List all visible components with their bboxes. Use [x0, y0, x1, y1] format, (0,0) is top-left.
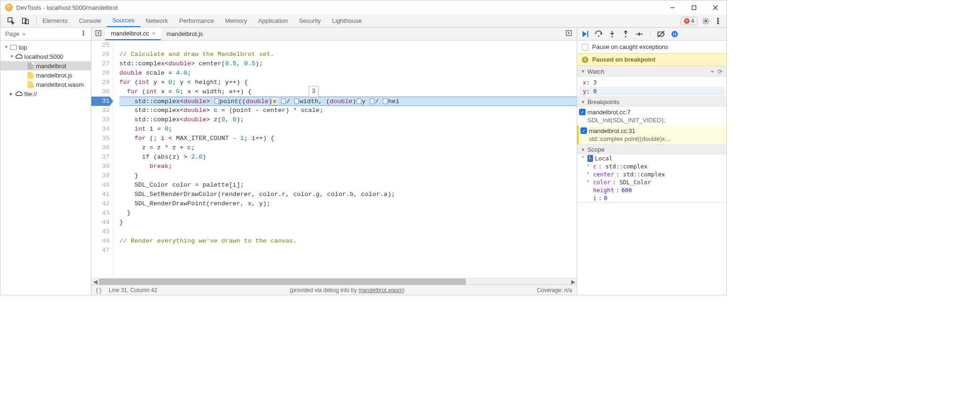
scope-variable[interactable]: ▶c: std::complex	[577, 162, 726, 170]
svg-point-7	[718, 22, 718, 23]
code-line[interactable]	[119, 246, 577, 255]
code-line[interactable]: std::complex<double> c = (point - center…	[119, 106, 577, 115]
code-line[interactable]: }	[119, 171, 577, 181]
code-line[interactable]: // Render everything we've drawn to the …	[119, 237, 577, 246]
code-line[interactable]: std::complex<double> center(0.5, 0.5);	[119, 59, 577, 69]
scope-variable[interactable]: height: 600	[577, 186, 726, 194]
deactivate-breakpoints-icon[interactable]	[657, 30, 665, 38]
value-tooltip: 3	[309, 86, 318, 97]
error-count-badge[interactable]: ✕4	[681, 17, 697, 25]
watch-expression[interactable]: x: 3	[579, 78, 725, 87]
svg-point-9	[83, 33, 84, 34]
svg-point-14	[611, 35, 613, 37]
pause-caught-exceptions-checkbox[interactable]	[582, 44, 588, 50]
svg-point-17	[671, 31, 678, 37]
horizontal-scrollbar[interactable]: ◀▶	[91, 278, 577, 285]
step-into-icon[interactable]	[608, 30, 616, 38]
tab-lighthouse[interactable]: Lighthouse	[326, 14, 367, 27]
window-titlebar: DevTools - localhost:5000/mandelbrot	[0, 0, 726, 14]
tab-sources[interactable]: Sources	[107, 14, 140, 27]
scope-variable[interactable]: i: 0	[577, 194, 726, 202]
file-navigator: Page » ▼top▼localhost:5000mandelbrotmand…	[0, 28, 91, 295]
code-line[interactable]: for (int y = 0; y < height; y++) {	[119, 78, 577, 87]
code-line[interactable]: if (abs(z) > 2.0)	[119, 153, 577, 162]
code-line[interactable]: std::complex<double> point((double)x / w…	[119, 97, 577, 106]
scope-variable[interactable]: ▼LLocal	[577, 154, 726, 162]
code-line[interactable]: // Calculate and draw the Mandelbrot set…	[119, 50, 577, 59]
code-line[interactable]	[119, 41, 577, 50]
step-out-icon[interactable]	[621, 30, 630, 38]
paused-status: iPaused on breakpoint	[577, 53, 726, 66]
app-icon	[5, 4, 13, 11]
source-editor: mandelbrot.cc×mandelbrot.js 252627282930…	[91, 28, 577, 295]
breakpoint-checkbox[interactable]: ✓	[579, 109, 586, 115]
tab-console[interactable]: Console	[73, 14, 107, 27]
svg-point-8	[83, 31, 84, 32]
code-line[interactable]: std::complex<double> z(0, 0);	[119, 115, 577, 125]
code-line[interactable]: SDL_RenderDrawPoint(renderer, x, y);	[119, 199, 577, 209]
cursor-position: Line 31, Column 42	[109, 287, 157, 293]
scope-variable[interactable]: ▶color: SDL_Color	[577, 178, 726, 186]
minimize-button[interactable]	[666, 3, 679, 12]
nav-fwd-icon[interactable]	[561, 30, 577, 38]
tab-performance[interactable]: Performance	[173, 14, 219, 27]
debug-source-link[interactable]: mandelbrot.wasm	[359, 287, 403, 293]
maximize-button[interactable]	[687, 3, 700, 12]
inspect-icon[interactable]	[7, 17, 15, 25]
scope-section-header[interactable]: ▼Scope	[577, 145, 726, 154]
watch-expression[interactable]: y: 0	[579, 87, 725, 96]
breakpoint-checkbox[interactable]: ✓	[580, 127, 587, 134]
nav-header-label: Page	[5, 30, 19, 37]
scope-variable[interactable]: ▶center: std::complex	[577, 170, 726, 178]
code-line[interactable]: break;	[119, 162, 577, 171]
code-line[interactable]: }	[119, 218, 577, 227]
code-line[interactable]: for (; i < MAX_ITER_COUNT - 1; i++) {	[119, 134, 577, 143]
debugger-panel: Pause on caught exceptions iPaused on br…	[577, 28, 726, 295]
code-line[interactable]: z = z * z + c;	[119, 143, 577, 153]
editor-statusbar: { } Line 31, Column 42 (provided via deb…	[91, 285, 577, 295]
file-tab[interactable]: mandelbrot.js	[161, 28, 208, 40]
watch-section-header[interactable]: ▼Watch ＋ ⟳	[577, 66, 726, 77]
tree-item[interactable]: mandelbrot.js	[0, 70, 91, 80]
device-mode-icon[interactable]	[22, 17, 29, 25]
nav-back-icon[interactable]	[91, 30, 105, 38]
pause-exceptions-icon[interactable]	[670, 30, 679, 38]
code-line[interactable]: double scale = 4.0;	[119, 69, 577, 78]
tree-item[interactable]: mandelbrot	[0, 61, 91, 70]
svg-point-13	[598, 35, 599, 36]
svg-rect-2	[22, 18, 26, 23]
file-tab[interactable]: mandelbrot.cc×	[105, 28, 161, 40]
tab-application[interactable]: Application	[253, 14, 294, 27]
breakpoint-item[interactable]: ✓mandelbrot.cc:7SDL_Init(SDL_INIT_VIDEO)…	[577, 107, 726, 126]
tab-memory[interactable]: Memory	[220, 14, 253, 27]
resume-icon[interactable]	[581, 30, 589, 38]
pretty-print-icon[interactable]: { }	[96, 287, 101, 293]
settings-icon[interactable]	[702, 17, 710, 25]
code-line[interactable]: SDL_Color color = palette[i];	[119, 181, 577, 190]
tree-item[interactable]: mandelbrot.wasm	[0, 80, 91, 89]
code-line[interactable]: SDL_SetRenderDrawColor(renderer, color.r…	[119, 190, 577, 199]
tree-item[interactable]: ▼top	[0, 42, 91, 52]
breakpoint-item[interactable]: ✓mandelbrot.cc:31std::complex point((dou…	[577, 126, 726, 144]
refresh-watch-icon[interactable]: ⟳	[718, 68, 723, 75]
tab-elements[interactable]: Elements	[37, 14, 73, 27]
pause-caught-label: Pause on caught exceptions	[592, 43, 668, 50]
step-over-icon[interactable]	[594, 30, 603, 38]
svg-point-4	[705, 20, 707, 22]
tab-network[interactable]: Network	[140, 14, 174, 27]
close-tab-icon[interactable]: ×	[152, 30, 156, 37]
tab-security[interactable]: Security	[293, 14, 326, 27]
devtools-tabbar: ElementsConsoleSourcesNetworkPerformance…	[0, 14, 726, 28]
kebab-menu-icon[interactable]	[714, 17, 722, 25]
code-line[interactable]: int i = 0;	[119, 125, 577, 134]
nav-more-icon[interactable]	[81, 30, 86, 37]
tree-item[interactable]: ▼localhost:5000	[0, 52, 91, 61]
close-button[interactable]	[709, 3, 722, 12]
tree-item[interactable]: ▶file://	[0, 89, 91, 98]
step-icon[interactable]	[635, 30, 643, 38]
code-line[interactable]: }	[119, 209, 577, 218]
code-line[interactable]	[119, 227, 577, 237]
code-line[interactable]: for (int x = 0; x < width; x++) {	[119, 87, 577, 97]
add-watch-icon[interactable]: ＋	[709, 67, 715, 76]
breakpoints-section-header[interactable]: ▼Breakpoints	[577, 97, 726, 107]
